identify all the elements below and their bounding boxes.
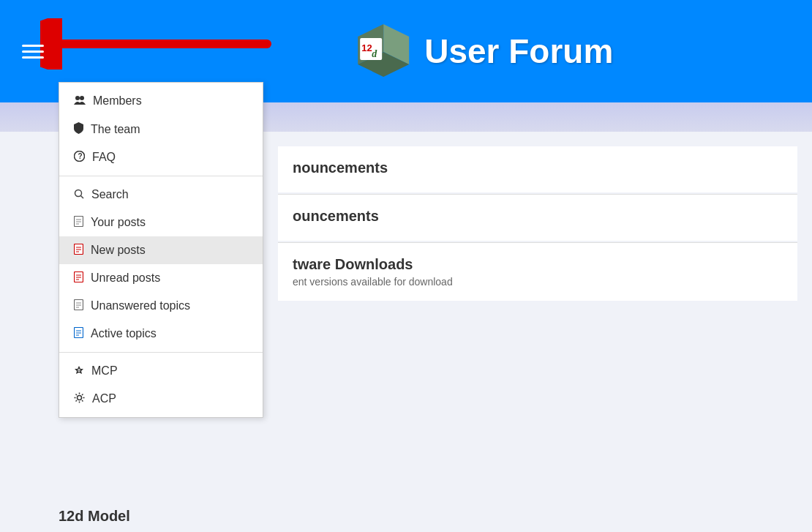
faq-label: FAQ xyxy=(92,151,116,164)
active-topics-label: Active topics xyxy=(91,327,157,340)
menu-item-search[interactable]: Search xyxy=(59,181,263,209)
menu-item-your-posts[interactable]: Your posts xyxy=(59,209,263,236)
svg-line-13 xyxy=(81,195,84,198)
menu-item-mcp[interactable]: MCP xyxy=(59,357,263,385)
unanswered-topics-icon xyxy=(74,299,83,312)
svg-line-43 xyxy=(76,400,78,402)
svg-line-40 xyxy=(76,394,78,396)
forum-title: User Forum xyxy=(424,31,613,71)
unread-posts-label: Unread posts xyxy=(91,271,160,285)
svg-point-12 xyxy=(75,190,82,196)
search-label: Search xyxy=(91,188,129,201)
svg-text:12: 12 xyxy=(361,42,372,53)
new-posts-label: New posts xyxy=(91,244,146,257)
members-icon xyxy=(74,95,86,108)
menu-item-unread-posts[interactable]: Unread posts xyxy=(59,264,263,292)
the-team-label: The team xyxy=(91,123,140,136)
new-posts-icon xyxy=(74,244,83,257)
acp-icon xyxy=(74,392,85,405)
svg-point-9 xyxy=(80,96,84,100)
logo-area: 12 d User Forum xyxy=(354,20,613,83)
menu-item-active-topics[interactable]: Active topics xyxy=(59,320,263,348)
mcp-icon xyxy=(74,365,84,378)
menu-item-the-team[interactable]: The team xyxy=(59,115,263,143)
menu-item-acp[interactable]: ACP xyxy=(59,385,263,413)
acp-label: ACP xyxy=(92,392,116,405)
mcp-label: MCP xyxy=(91,364,118,378)
hamburger-line-2 xyxy=(22,50,44,53)
announcements-section-1: nouncements xyxy=(278,146,797,192)
active-topics-icon xyxy=(74,327,83,340)
menu-item-members[interactable]: Members xyxy=(59,87,263,115)
hamburger-button[interactable] xyxy=(15,37,51,66)
announcements-section-2: ouncements xyxy=(278,195,797,241)
your-posts-icon xyxy=(74,216,83,229)
menu-item-faq[interactable]: ? FAQ xyxy=(59,143,263,171)
svg-line-41 xyxy=(82,400,83,402)
menu-group-3: MCP ACP xyxy=(59,353,263,417)
arrow-indicator xyxy=(40,18,274,70)
svg-text:?: ? xyxy=(78,152,83,160)
bottom-label: 12d Model xyxy=(59,508,130,525)
hamburger-line-3 xyxy=(22,56,44,59)
menu-item-new-posts[interactable]: New posts xyxy=(59,236,263,264)
hamburger-line-1 xyxy=(22,45,44,47)
section-subtitle-3: ent versions available for download xyxy=(293,276,783,288)
svg-line-42 xyxy=(82,394,83,396)
unanswered-topics-label: Unanswered topics xyxy=(91,299,190,312)
section-title-1: nouncements xyxy=(293,160,783,176)
question-icon: ? xyxy=(74,151,85,164)
menu-item-unanswered-topics[interactable]: Unanswered topics xyxy=(59,292,263,320)
search-icon xyxy=(74,189,84,201)
menu-group-1: Members The team ? FAQ xyxy=(59,83,263,176)
unread-posts-icon xyxy=(74,271,83,285)
dropdown-menu: Members The team ? FAQ xyxy=(59,82,263,418)
svg-text:d: d xyxy=(372,48,377,59)
section-title-3: tware Downloads xyxy=(293,256,783,273)
downloads-section: tware Downloads ent versions available f… xyxy=(278,243,797,301)
your-posts-label: Your posts xyxy=(91,216,146,229)
menu-group-2: Search Your posts xyxy=(59,176,263,353)
svg-point-35 xyxy=(78,396,82,400)
section-title-2: ouncements xyxy=(293,208,783,225)
svg-point-8 xyxy=(75,96,80,100)
members-label: Members xyxy=(93,94,142,108)
shield-icon xyxy=(74,122,83,136)
logo-cube: 12 d xyxy=(354,20,413,83)
